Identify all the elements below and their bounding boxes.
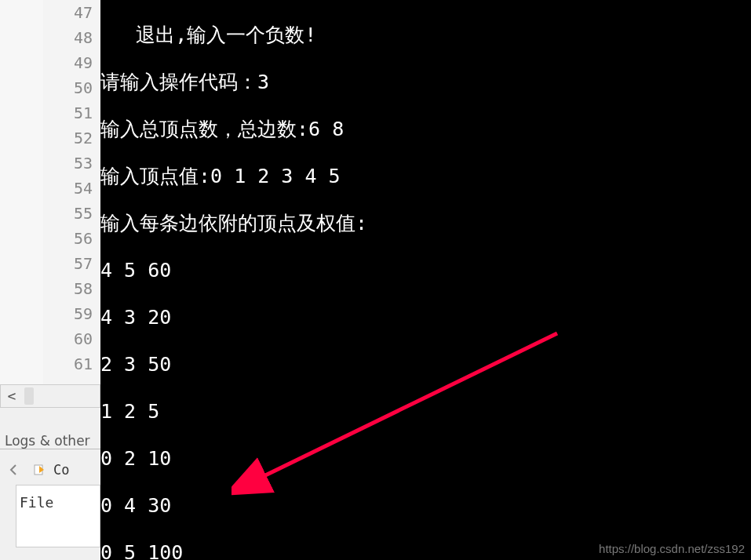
logs-panel: Logs & other Co File xyxy=(0,430,100,560)
tab-label[interactable]: Co xyxy=(53,462,69,478)
line-number: 50 xyxy=(43,75,93,100)
terminal-line: 输入每条边依附的顶点及权值: xyxy=(100,212,751,235)
editor-gutter: 47 48 49 50 51 52 53 54 55 56 57 58 59 6… xyxy=(0,0,100,408)
line-number: 49 xyxy=(43,50,93,75)
terminal-line: 0 4 30 xyxy=(100,494,751,518)
line-number: 59 xyxy=(43,301,93,326)
line-number: 55 xyxy=(43,201,93,226)
terminal-line: 退出,输入一个负数! xyxy=(100,24,751,47)
terminal-line: 1 2 5 xyxy=(100,400,751,424)
terminal-output[interactable]: 退出,输入一个负数! 请输入操作代码：3 输入总顶点数，总边数:6 8 输入顶点… xyxy=(100,0,751,560)
toolbar-note-icon[interactable] xyxy=(28,459,50,481)
line-number: 60 xyxy=(43,326,93,351)
scroll-thumb[interactable] xyxy=(24,387,34,405)
line-number: 53 xyxy=(43,151,93,176)
terminal-line: 2 3 50 xyxy=(100,353,751,376)
line-number: 47 xyxy=(43,0,93,25)
horizontal-scrollbar[interactable]: < xyxy=(0,384,100,408)
line-number: 57 xyxy=(43,251,93,276)
logs-toolbar: Co xyxy=(0,455,100,485)
line-number: 61 xyxy=(43,351,93,376)
terminal-line: 4 3 20 xyxy=(100,306,751,329)
terminal-line: 4 5 60 xyxy=(100,259,751,282)
file-label: File xyxy=(20,494,53,511)
watermark-text: https://blog.csdn.net/zss192 xyxy=(599,542,745,555)
toolbar-left-arrow-icon[interactable] xyxy=(3,459,25,481)
line-number: 48 xyxy=(43,25,93,50)
scroll-left-arrow-icon[interactable]: < xyxy=(4,388,20,404)
terminal-line: 输入顶点值:0 1 2 3 4 5 xyxy=(100,165,751,188)
terminal-line: 0 2 10 xyxy=(100,447,751,471)
line-number: 56 xyxy=(43,226,93,251)
line-number: 54 xyxy=(43,176,93,201)
line-number: 52 xyxy=(43,125,93,151)
line-numbers-column: 47 48 49 50 51 52 53 54 55 56 57 58 59 6… xyxy=(43,0,100,384)
line-number: 51 xyxy=(43,100,93,125)
line-number: 58 xyxy=(43,276,93,301)
terminal-line: 输入总顶点数，总边数:6 8 xyxy=(100,118,751,141)
terminal-line: 请输入操作代码：3 xyxy=(100,71,751,94)
